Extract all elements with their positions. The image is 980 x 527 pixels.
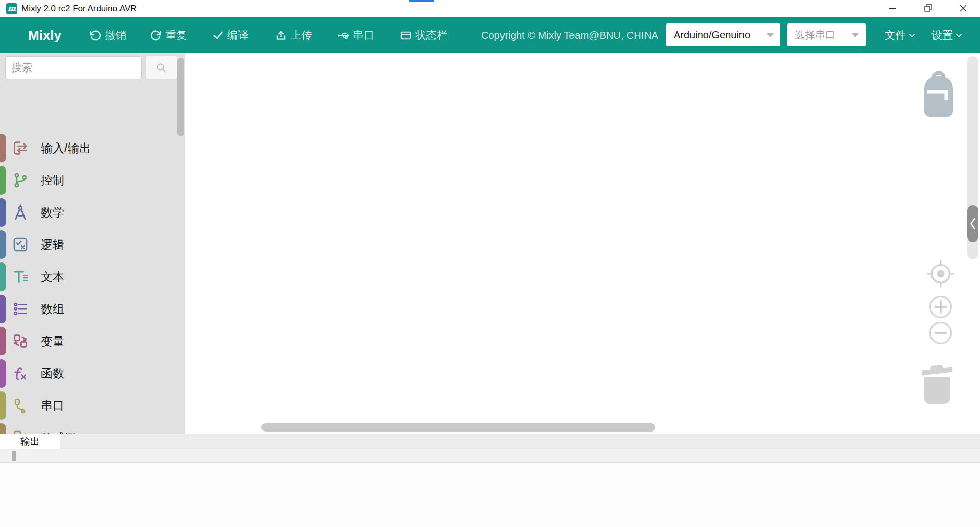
board-selector-value: Arduino/Genuino bbox=[674, 29, 750, 41]
redo-button[interactable]: 重复 bbox=[150, 17, 187, 53]
statusbar-toggle-button[interactable]: 状态栏 bbox=[400, 17, 447, 53]
upload-button[interactable]: 上传 bbox=[275, 17, 312, 53]
sidebar-item-logic[interactable]: 逻辑 bbox=[0, 229, 178, 261]
undo-button[interactable]: 撤销 bbox=[89, 17, 126, 53]
output-console-body[interactable] bbox=[0, 463, 980, 527]
center-view-icon[interactable] bbox=[926, 259, 955, 288]
titlebar: m Mixly 2.0 rc2 For Arduino AVR bbox=[0, 0, 980, 17]
usb-serial-icon bbox=[337, 29, 349, 42]
file-menu[interactable]: 文件 bbox=[885, 17, 915, 53]
copyright-text: Copyright © Mixly Team@BNU, CHINA bbox=[481, 17, 658, 53]
fx-icon bbox=[11, 364, 30, 382]
category-color-bar bbox=[0, 166, 6, 195]
redo-icon bbox=[150, 30, 162, 41]
restore-icon bbox=[924, 4, 933, 13]
search-input[interactable] bbox=[5, 56, 142, 79]
compass-icon bbox=[11, 203, 30, 222]
brand-button[interactable]: Mixly bbox=[28, 17, 61, 53]
category-color-bar bbox=[0, 262, 6, 291]
category-label: 逻辑 bbox=[41, 237, 64, 253]
category-label: 文本 bbox=[41, 269, 64, 285]
category-label: 函数 bbox=[41, 366, 64, 381]
restore-button[interactable] bbox=[917, 0, 940, 16]
undo-icon bbox=[89, 30, 101, 41]
sidebar-item-array[interactable]: 数组 bbox=[0, 293, 178, 325]
port-selector-dropdown[interactable]: 选择串口 bbox=[787, 23, 866, 46]
checkbox-logic-icon bbox=[11, 235, 30, 254]
tab-output[interactable]: 输出 bbox=[0, 434, 60, 449]
sidebar-scrollbar[interactable] bbox=[177, 58, 184, 136]
upload-icon bbox=[275, 30, 287, 41]
swap-squares-icon bbox=[11, 332, 30, 350]
block-category-sidebar: 输入/输出 控制 数学 bbox=[0, 53, 185, 434]
settings-menu-label: 设置 bbox=[931, 28, 953, 42]
file-menu-label: 文件 bbox=[885, 28, 906, 42]
zoom-in-button[interactable] bbox=[929, 295, 952, 319]
cable-icon bbox=[11, 396, 30, 415]
sidebar-item-function[interactable]: 函数 bbox=[0, 357, 178, 390]
category-label: 控制 bbox=[41, 173, 64, 188]
chevron-down-icon bbox=[909, 33, 915, 38]
category-label: 输入/输出 bbox=[41, 140, 91, 156]
category-label: 串口 bbox=[41, 398, 64, 414]
minimize-icon bbox=[888, 4, 897, 13]
text-t-icon bbox=[11, 268, 30, 286]
close-icon bbox=[959, 4, 968, 13]
main-toolbar: Mixly 撤销 重复 bbox=[0, 17, 980, 53]
blockly-workspace-canvas[interactable] bbox=[185, 53, 980, 434]
sidebar-item-control[interactable]: 控制 bbox=[0, 164, 178, 197]
collapse-panel-handle[interactable] bbox=[967, 205, 978, 242]
compile-check-icon bbox=[212, 30, 224, 41]
backpack-icon[interactable] bbox=[922, 68, 955, 118]
top-blue-notch bbox=[409, 0, 434, 2]
port-selector-value: 选择串口 bbox=[795, 28, 835, 42]
sidebar-item-text[interactable]: 文本 bbox=[0, 261, 178, 293]
zoom-out-button[interactable] bbox=[929, 321, 952, 345]
compile-button[interactable]: 编译 bbox=[212, 17, 249, 53]
statusbar-label: 状态栏 bbox=[415, 28, 447, 42]
output-caret bbox=[12, 451, 16, 461]
minimize-button[interactable] bbox=[881, 0, 904, 16]
trash-icon[interactable] bbox=[918, 363, 956, 405]
search-button[interactable] bbox=[146, 56, 177, 79]
sidebar-item-math[interactable]: 数学 bbox=[0, 197, 178, 229]
sidebar-item-variable[interactable]: 变量 bbox=[0, 325, 178, 357]
chevron-down-icon bbox=[955, 33, 962, 38]
sidebar-item-io[interactable]: 输入/输出 bbox=[0, 132, 178, 164]
serial-label: 串口 bbox=[353, 28, 374, 42]
statusbar-window-icon bbox=[400, 30, 412, 41]
horizontal-scrollbar[interactable] bbox=[261, 423, 655, 432]
io-arrows-icon bbox=[11, 139, 30, 157]
window-title: Mixly 2.0 rc2 For Arduino AVR bbox=[21, 0, 137, 17]
sidebar-item-serialport[interactable]: 串口 bbox=[0, 390, 178, 422]
list-icon bbox=[11, 300, 30, 318]
category-color-bar bbox=[0, 198, 6, 227]
board-selector-dropdown[interactable]: Arduino/Genuino bbox=[666, 23, 780, 46]
settings-menu[interactable]: 设置 bbox=[931, 17, 962, 53]
mixly-logo-icon: m bbox=[6, 3, 17, 14]
branch-icon bbox=[11, 171, 30, 189]
output-console-header bbox=[0, 449, 980, 463]
category-label: 数学 bbox=[41, 205, 64, 221]
chevron-down-icon bbox=[851, 33, 859, 37]
category-color-bar bbox=[0, 230, 6, 259]
upload-label: 上传 bbox=[291, 28, 312, 42]
redo-label: 重复 bbox=[165, 28, 187, 42]
category-color-bar bbox=[0, 327, 6, 355]
mixly-app-window: m Mixly 2.0 rc2 For Arduino AVR Mixly bbox=[0, 0, 980, 527]
category-color-bar bbox=[0, 359, 6, 388]
chevron-down-icon bbox=[766, 33, 774, 37]
category-label: 变量 bbox=[41, 333, 64, 349]
search-icon bbox=[155, 62, 168, 74]
category-color-bar bbox=[0, 134, 6, 162]
category-label: 数组 bbox=[41, 301, 64, 317]
category-color-bar bbox=[0, 295, 6, 323]
compile-label: 编译 bbox=[227, 28, 249, 42]
category-color-bar bbox=[0, 391, 6, 420]
close-button[interactable] bbox=[952, 0, 974, 16]
bottom-tabbar: 输出 bbox=[0, 434, 980, 449]
serial-monitor-button[interactable]: 串口 bbox=[337, 17, 374, 53]
chevron-left-icon bbox=[969, 217, 976, 231]
undo-label: 撤销 bbox=[105, 28, 126, 42]
